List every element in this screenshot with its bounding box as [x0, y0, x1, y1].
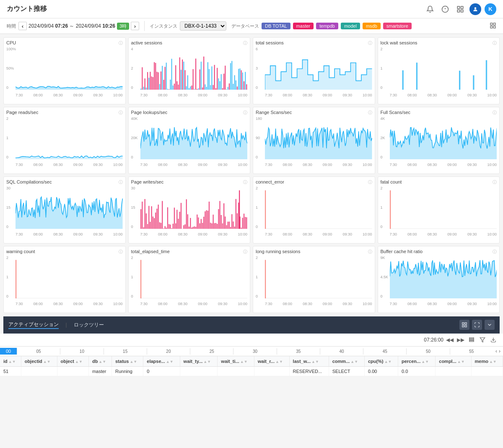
chart-svg-page_lookups[interactable]: [140, 117, 248, 159]
panel-icon-2[interactable]: [472, 320, 482, 330]
bell-icon[interactable]: [439, 3, 451, 15]
timeline-prev-arrow[interactable]: ‹: [495, 348, 497, 354]
chart-info-icon-lock_wait[interactable]: ⓘ: [493, 40, 497, 46]
svg-rect-30: [167, 89, 168, 90]
timeline-tick[interactable]: 10: [60, 348, 103, 355]
col-cpu___[interactable]: cpu(%)▲▼: [365, 356, 398, 367]
col-wait_ti___[interactable]: wait_ti...▲▼: [218, 356, 254, 367]
col-db[interactable]: db▲▼: [88, 356, 111, 367]
chart-svg-full_scans[interactable]: [390, 117, 497, 159]
chart-svg-range_scans[interactable]: [265, 117, 372, 159]
col-last_w___[interactable]: last_w...▲▼: [289, 356, 329, 367]
chart-info-icon-page_reads[interactable]: ⓘ: [119, 110, 123, 116]
timeline-tick[interactable]: 05: [17, 348, 60, 355]
db-tag-model[interactable]: model: [341, 23, 360, 29]
filter-icon[interactable]: [478, 335, 487, 344]
chart-info-icon-connect_error[interactable]: ⓘ: [368, 179, 372, 185]
table-layout-icon[interactable]: [467, 335, 476, 344]
chart-info-icon-range_scans[interactable]: ⓘ: [368, 110, 372, 116]
svg-rect-66: [215, 88, 216, 90]
chart-info-icon-page_writes[interactable]: ⓘ: [243, 179, 247, 185]
chart-info-icon-total_elapsed[interactable]: ⓘ: [243, 249, 247, 255]
timeline-tick[interactable]: 35: [277, 348, 320, 355]
time-next-btn[interactable]: ▶▶: [456, 337, 465, 343]
timeline-tick[interactable]: 20: [147, 348, 190, 355]
chart-svg-sql_compilations[interactable]: [16, 186, 123, 229]
chart-svg-total_elapsed[interactable]: [140, 256, 248, 298]
tab-lock-tree[interactable]: ロックツリー: [74, 321, 104, 329]
chart-info-icon-total_sessions[interactable]: ⓘ: [368, 40, 372, 46]
grid-view-icon[interactable]: [490, 22, 496, 30]
layout-icon[interactable]: [454, 3, 466, 15]
timeline-current-slot[interactable]: 00: [0, 348, 17, 355]
chart-svg-warning_count[interactable]: [16, 256, 123, 298]
session-tag-dbtotal[interactable]: DB TOTAL: [5, 337, 34, 343]
chart-svg-total_sessions[interactable]: [265, 47, 372, 90]
chart-svg-page_reads[interactable]: [16, 117, 123, 159]
tab-active-sessions[interactable]: アクティブセッション: [8, 321, 59, 329]
db-tag-msdb[interactable]: msdb: [363, 23, 381, 29]
col-elapse___[interactable]: elapse...▲▼: [143, 356, 180, 367]
date-prev-button[interactable]: ‹: [18, 22, 27, 30]
db-tag-smartstore[interactable]: smartstore: [383, 23, 412, 29]
panel-expand-icon[interactable]: [485, 320, 495, 330]
session-tag-smartstore[interactable]: smartstore: [127, 337, 155, 343]
session-tag-msdb[interactable]: msdb: [106, 337, 124, 343]
chart-info-icon-long_running[interactable]: ⓘ: [368, 249, 372, 255]
svg-rect-148: [211, 223, 212, 229]
db-tag-master[interactable]: master: [293, 23, 314, 29]
svg-rect-3: [457, 10, 459, 12]
timeline-tick[interactable]: 25: [190, 348, 233, 355]
chart-svg-long_running[interactable]: [265, 256, 372, 298]
db-tag-dbtotal[interactable]: DB TOTAL: [262, 23, 290, 29]
chart-svg-page_writes[interactable]: [140, 186, 248, 229]
col-percen___[interactable]: percen...▲▼: [398, 356, 435, 367]
notification-icon[interactable]: [424, 3, 436, 15]
col-wait_r___[interactable]: wait_r...▲▼: [254, 356, 289, 367]
chart-info-icon-sql_compilations[interactable]: ⓘ: [119, 179, 123, 185]
chart-info-icon-active_sessions[interactable]: ⓘ: [243, 40, 247, 46]
chart-svg-buffer_cache[interactable]: [390, 256, 497, 298]
chart-info-icon-warning_count[interactable]: ⓘ: [119, 249, 123, 255]
chart-info-icon-fatal_count[interactable]: ⓘ: [493, 179, 497, 185]
col-object[interactable]: object▲▼: [57, 356, 88, 367]
col-status[interactable]: status▲▼: [111, 356, 143, 367]
chart-svg-connect_error[interactable]: [265, 186, 372, 229]
session-tag-master[interactable]: master: [36, 337, 57, 343]
avatar[interactable]: K: [485, 3, 496, 15]
instance-select[interactable]: DBX-0-1-1433: [180, 21, 226, 31]
col-wait_ty___[interactable]: wait_ty...▲▼: [180, 356, 218, 367]
chart-svg-cpu[interactable]: [16, 47, 123, 90]
timeline-tick[interactable]: 15: [104, 348, 147, 355]
chart-info-icon-cpu[interactable]: ⓘ: [119, 40, 123, 46]
col-compl___[interactable]: compl...▲▼: [436, 356, 471, 367]
timeline-tick[interactable]: 50: [406, 348, 449, 355]
col-comm___[interactable]: comm...▲▼: [329, 356, 364, 367]
user-menu[interactable]: [469, 3, 481, 15]
chart-svg-fatal_count[interactable]: [390, 186, 497, 229]
db-tag-tempdb[interactable]: tempdb: [316, 23, 338, 29]
chart-info-icon-buffer_cache[interactable]: ⓘ: [493, 249, 497, 255]
panel-icon-1[interactable]: [459, 320, 469, 330]
chart-info-icon-full_scans[interactable]: ⓘ: [493, 110, 497, 116]
chart-svg-active_sessions[interactable]: [140, 47, 248, 90]
timeline-tick[interactable]: 30: [233, 348, 276, 355]
chart-svg-lock_wait[interactable]: [390, 47, 497, 90]
session-tag-model[interactable]: model: [84, 337, 104, 343]
svg-rect-107: [156, 209, 157, 229]
col-memo[interactable]: memo▲▼: [471, 356, 503, 367]
session-tag-tempdb[interactable]: tempdb: [60, 337, 82, 343]
col-id[interactable]: id▲▼: [0, 356, 21, 367]
chart-info-icon-page_lookups[interactable]: ⓘ: [243, 110, 247, 116]
timeline-next-arrow[interactable]: ›: [499, 348, 500, 354]
svg-rect-11: [142, 67, 143, 90]
time-prev-btn[interactable]: ◀◀: [445, 337, 454, 343]
timeline-tick[interactable]: 45: [363, 348, 406, 355]
timeline-tick[interactable]: 55: [450, 348, 493, 355]
top-header: カウント推移 K: [0, 0, 503, 18]
timeline-tick[interactable]: 40: [320, 348, 363, 355]
col-objectid[interactable]: objectid▲▼: [21, 356, 57, 367]
date-next-button[interactable]: ›: [131, 22, 139, 30]
table-row[interactable]: 51masterRunning0RESERVED...SELECT0.000.0: [0, 367, 503, 376]
download-icon[interactable]: [489, 335, 498, 344]
